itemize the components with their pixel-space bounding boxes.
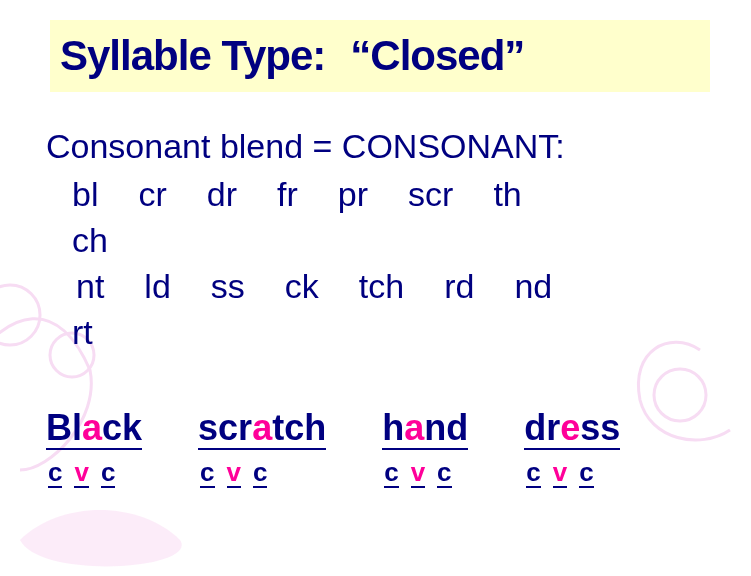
blend-item: ch [46, 218, 706, 264]
example-word: scratch [198, 408, 326, 450]
blend-item: rt [46, 310, 706, 356]
example-words: Black c v c scratch c v c hand c [46, 408, 706, 488]
blend-item: rd [444, 264, 474, 310]
cvc-pattern: c v c [46, 458, 115, 489]
blend-item: scr [408, 172, 453, 218]
blend-item: tch [359, 264, 404, 310]
cvc-pattern: c v c [198, 458, 267, 489]
svg-point-0 [0, 285, 40, 345]
body-area: Consonant blend = CONSONANT: bl cr dr fr… [46, 124, 706, 355]
title-right: “Closed” [350, 35, 524, 77]
blend-item: ck [285, 264, 319, 310]
example-word: hand [382, 408, 468, 450]
title-box: Syllable Type: “Closed” [50, 20, 710, 92]
word-column: Black c v c [46, 408, 142, 488]
subtitle: Consonant blend = CONSONANT: [46, 124, 706, 170]
blend-item: fr [277, 172, 298, 218]
word-column: dress c v c [524, 408, 620, 488]
consonant-row-2: nt ld ss ck tch rd nd [46, 264, 706, 310]
cvc-pattern: c v c [524, 458, 593, 489]
example-word: dress [524, 408, 620, 450]
blend-item: pr [338, 172, 368, 218]
word-column: scratch c v c [198, 408, 326, 488]
cvc-pattern: c v c [382, 458, 451, 489]
consonant-row-1: bl cr dr fr pr scr th [46, 172, 706, 218]
blend-item: nd [514, 264, 552, 310]
blend-item: cr [138, 172, 166, 218]
blend-item: th [493, 172, 521, 218]
blend-item: ld [144, 264, 170, 310]
blend-item: dr [207, 172, 237, 218]
blend-item: bl [72, 172, 98, 218]
word-column: hand c v c [382, 408, 468, 488]
blend-item: nt [76, 264, 104, 310]
example-word: Black [46, 408, 142, 450]
title-left: Syllable Type: [60, 35, 325, 77]
blend-item: ss [211, 264, 245, 310]
